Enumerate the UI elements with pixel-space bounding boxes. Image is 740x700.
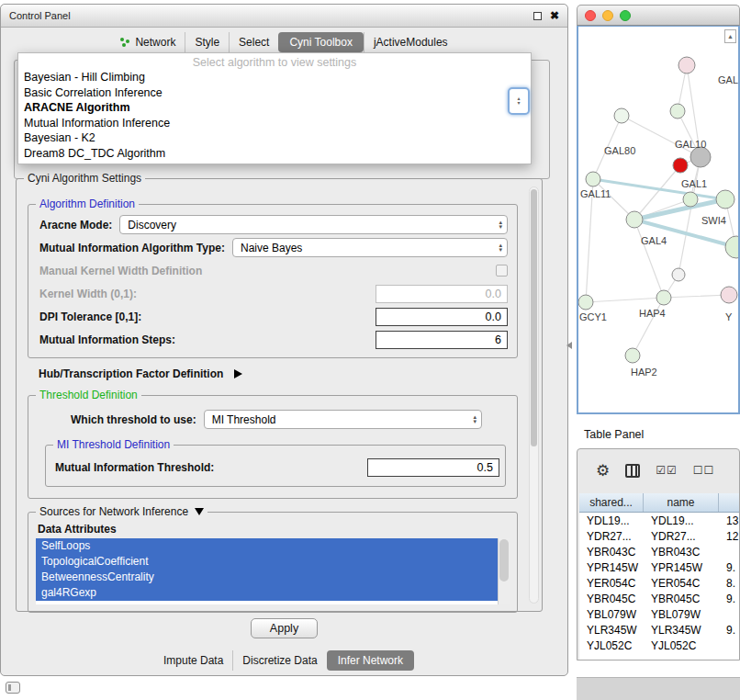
network-edge[interactable] <box>664 295 729 298</box>
node-label: GAL1 <box>681 178 707 189</box>
network-edge[interactable] <box>633 298 664 356</box>
scroll-up-icon[interactable]: ▲ <box>724 29 736 43</box>
settings-scrollbar[interactable] <box>529 186 539 604</box>
table-row[interactable]: YDL19...YDL19...13 <box>579 513 739 528</box>
deselect-all-icon[interactable]: ☐☐ <box>693 465 715 476</box>
algorithm-option[interactable]: Bayesian - K2 <box>18 130 531 146</box>
close-panel-icon[interactable]: ✖ <box>550 10 559 21</box>
table-cell: 13 <box>719 513 739 528</box>
scrollbar-thumb[interactable] <box>499 539 509 581</box>
algorithm-option[interactable]: Bayesian - Hill Climbing <box>18 70 531 85</box>
tab-label: Network <box>135 36 175 49</box>
column-header[interactable]: name <box>644 493 719 512</box>
attribute-item[interactable]: SelfLoops <box>36 538 498 554</box>
attribute-item[interactable]: BetweennessCentrality <box>36 570 498 585</box>
tab-network[interactable]: Network <box>111 32 185 52</box>
network-node[interactable] <box>626 211 643 228</box>
stepper-icon: ▴▾ <box>468 411 481 428</box>
table-row[interactable]: YJL052CYJL052C <box>579 638 739 653</box>
tab-style[interactable]: Style <box>185 32 229 52</box>
expand-right-icon[interactable] <box>234 369 242 378</box>
tab-infer-network[interactable]: Infer Network <box>327 650 414 671</box>
table-row[interactable]: YBL079WYBL079W <box>579 606 739 622</box>
zoom-button[interactable] <box>620 10 631 21</box>
collapse-down-icon[interactable] <box>195 508 204 515</box>
network-edge[interactable] <box>634 220 664 298</box>
table-cell: YDL19... <box>644 513 719 528</box>
network-canvas[interactable]: ▲ GAL80GAL11GAL4GAL1GAL10SWI4GALGCY1HAP4… <box>577 26 740 414</box>
network-window-titlebar[interactable] <box>577 5 740 26</box>
mi-type-select[interactable]: Naive Bayes ▴▾ <box>232 238 508 257</box>
mi-steps-field[interactable] <box>376 331 508 349</box>
apply-button[interactable]: Apply <box>251 618 318 638</box>
network-graph[interactable]: GAL80GAL11GAL4GAL1GAL10SWI4GALGCY1HAP4HA… <box>578 27 738 413</box>
aracne-mode-select[interactable]: Discovery ▴▾ <box>119 215 508 234</box>
gear-icon[interactable]: ⚙ <box>596 463 610 479</box>
table-row[interactable]: YPR145WYPR145W9. <box>579 559 739 575</box>
algorithm-option[interactable]: Dream8 DC_TDC Algorithm <box>18 146 531 162</box>
table-row[interactable]: YDR27...YDR27...12 <box>579 528 739 544</box>
network-node[interactable] <box>721 287 737 303</box>
float-panel-icon[interactable] <box>533 12 542 20</box>
table-rows: YDL19...YDL19...13YDR27...YDR27...12YBR0… <box>579 513 739 653</box>
table-row[interactable]: YBR045CYBR045C9. <box>579 591 739 606</box>
columns-icon[interactable] <box>625 464 640 478</box>
aracne-mode-row: Aracne Mode: Discovery ▴▾ <box>39 213 508 236</box>
select-all-icon[interactable]: ☑☑ <box>656 465 678 476</box>
network-node[interactable] <box>586 172 600 186</box>
network-node[interactable] <box>625 348 640 363</box>
network-node[interactable] <box>670 104 685 119</box>
network-node[interactable] <box>672 268 685 281</box>
close-button[interactable] <box>585 10 596 21</box>
algorithm-combo-stepper-icon[interactable]: ▴▾ <box>508 87 530 115</box>
network-node[interactable] <box>656 290 671 305</box>
minimize-button[interactable] <box>602 10 613 21</box>
network-node[interactable] <box>725 236 738 258</box>
table-row[interactable]: YER054CYER054C8. <box>579 575 739 591</box>
table-cell: YER054C <box>644 575 719 591</box>
table-row[interactable]: YBR043CYBR043C <box>579 544 739 559</box>
table-cell: YDR27... <box>644 528 719 544</box>
splitter-collapse-icon[interactable] <box>566 342 572 349</box>
algorithm-option[interactable]: Basic Correlation Inference <box>18 85 531 101</box>
tab-impute-data[interactable]: Impute Data <box>154 650 232 671</box>
tab-discretize-data[interactable]: Discretize Data <box>232 650 326 671</box>
table-panel: ⚙ ☑☑ ☐☐ shared...name YDL19...YDL19...13… <box>577 448 740 660</box>
algorithm-option[interactable]: ARACNE Algorithm <box>18 100 531 116</box>
network-node[interactable] <box>683 192 698 207</box>
panel-dock-icon[interactable] <box>6 682 20 694</box>
sources-title[interactable]: Sources for Network Inference <box>36 505 207 518</box>
table-cell: YDL19... <box>579 513 644 528</box>
sources-title-text: Sources for Network Inference <box>39 505 188 518</box>
which-threshold-select[interactable]: MI Threshold ▴▾ <box>204 410 482 429</box>
list-scrollbar[interactable] <box>498 538 510 604</box>
network-node[interactable] <box>614 108 629 123</box>
mi-type-label: Mutual Information Algorithm Type: <box>39 242 225 254</box>
network-node[interactable] <box>673 158 688 173</box>
table-cell: YBR043C <box>579 544 644 559</box>
control-panel-titlebar[interactable]: Control Panel ✖ <box>1 5 567 28</box>
manual-kernel-checkbox[interactable] <box>496 265 508 277</box>
tab-select[interactable]: Select <box>229 32 278 52</box>
network-node[interactable] <box>678 57 695 73</box>
network-edge[interactable] <box>586 298 664 302</box>
column-header[interactable] <box>719 493 739 512</box>
table-cell: 9. <box>719 559 739 575</box>
tab-cyni-toolbox[interactable]: Cyni Toolbox <box>278 32 363 52</box>
table-cell: YBR045C <box>644 591 719 606</box>
scrollbar-thumb[interactable] <box>531 189 537 446</box>
tab-jactivemodules[interactable]: jActiveModules <box>364 32 457 52</box>
network-edge[interactable] <box>678 157 701 275</box>
hub-definition-section[interactable]: Hub/Transcription Factor Definition <box>39 367 542 380</box>
table-row[interactable]: YLR345WYLR345W9. <box>579 622 739 638</box>
algorithm-option[interactable]: Mutual Information Inference <box>18 116 531 131</box>
mi-threshold-field[interactable] <box>367 458 499 477</box>
network-node[interactable] <box>716 190 734 209</box>
attribute-item[interactable]: gal4RGexp <box>36 585 498 601</box>
dpi-tolerance-field[interactable] <box>376 308 508 326</box>
network-node[interactable] <box>690 147 711 167</box>
network-node[interactable] <box>578 295 593 310</box>
attribute-item[interactable]: TopologicalCoefficient <box>36 554 498 570</box>
column-header[interactable]: shared... <box>579 493 644 512</box>
data-attributes-list[interactable]: SelfLoopsTopologicalCoefficientBetweenne… <box>36 538 510 604</box>
